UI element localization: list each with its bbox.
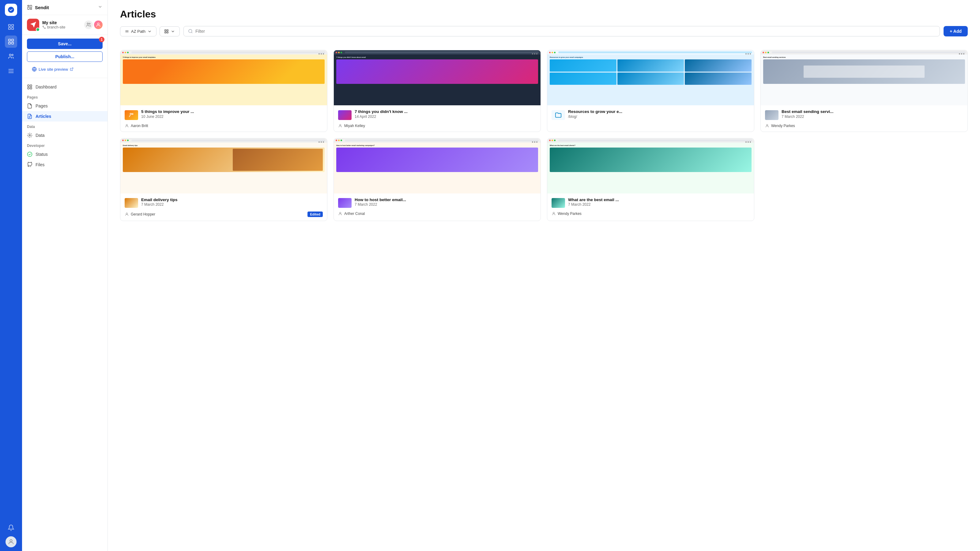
- pages-label: Pages: [35, 103, 48, 108]
- article-date: 7 March 2022: [355, 202, 406, 206]
- sidebar-item-files[interactable]: Files: [22, 159, 108, 170]
- save-button[interactable]: Save... 1: [27, 38, 103, 49]
- article-author: Wendy Parkes: [765, 124, 963, 128]
- svg-point-34: [27, 152, 32, 157]
- article-title: Resources to grow your e...: [568, 109, 622, 114]
- sidebar: Sendit My site branch-site: [22, 0, 108, 551]
- site-branch: branch-site: [42, 25, 65, 29]
- app-name: Sendit: [27, 5, 49, 10]
- svg-rect-27: [27, 85, 29, 86]
- people-icon[interactable]: [5, 50, 17, 62]
- app-logo: [5, 4, 17, 16]
- article-author: Wendy Parkes: [552, 211, 750, 216]
- card-menu-dots[interactable]: [959, 53, 964, 54]
- sidebar-item-data[interactable]: Data: [22, 130, 108, 140]
- main-content: Articles AZ Path + Add: [108, 0, 980, 551]
- list-icon[interactable]: [5, 65, 17, 77]
- view-toggle-button[interactable]: [159, 26, 180, 37]
- svg-rect-38: [167, 29, 168, 30]
- svg-rect-15: [27, 5, 29, 6]
- toolbar-left: AZ Path: [120, 26, 180, 37]
- toolbar: AZ Path + Add: [120, 26, 968, 37]
- card-title-row: Best email sending servi... 7 March 2022: [765, 109, 963, 121]
- svg-rect-39: [165, 32, 166, 33]
- svg-rect-28: [30, 85, 32, 86]
- sidebar-item-articles[interactable]: Articles: [22, 111, 108, 122]
- author-icon: [765, 124, 769, 128]
- svg-point-46: [340, 124, 341, 126]
- card-title-row: How to host better email... 7 March 2022: [338, 197, 536, 210]
- sidebar-item-status[interactable]: Status: [22, 149, 108, 159]
- card-menu-dots[interactable]: [745, 53, 751, 54]
- article-card[interactable]: 5 things to improve your email templates…: [120, 50, 328, 132]
- article-card[interactable]: What are the best email clients? What ar…: [547, 138, 754, 221]
- card-title-row: 7 things you didn't know ... 14 April 20…: [338, 109, 536, 121]
- card-info: Email delivery tips 7 March 2022 Gerard …: [120, 194, 327, 221]
- main-header: Articles AZ Path + Add: [108, 0, 980, 50]
- sort-button[interactable]: AZ Path: [120, 26, 156, 37]
- page-title: Articles: [120, 9, 968, 20]
- card-menu-dots[interactable]: [532, 53, 538, 54]
- status-label: Status: [35, 152, 48, 157]
- author-icon: [125, 124, 129, 128]
- filter-input[interactable]: [196, 29, 935, 34]
- svg-point-33: [29, 135, 30, 136]
- sidebar-item-pages[interactable]: Pages: [22, 101, 108, 111]
- site-icon: [27, 19, 39, 31]
- article-card[interactable]: Best email sending services Best email s…: [760, 50, 968, 132]
- dashboard-label: Dashboard: [35, 84, 57, 89]
- article-title: How to host better email...: [355, 197, 406, 203]
- user-avatars: [84, 21, 103, 29]
- sidebar-actions: Save... 1 Publish... Live site preview: [22, 35, 108, 78]
- site-name: My site: [42, 20, 65, 25]
- svg-rect-40: [167, 32, 168, 33]
- svg-rect-37: [165, 29, 166, 30]
- sidebar-item-dashboard[interactable]: Dashboard: [22, 82, 108, 92]
- card-title-row: What are the best email ... 7 March 2022: [552, 197, 750, 210]
- bell-icon[interactable]: [5, 522, 17, 534]
- article-card[interactable]: Resources to grow your email campaigns: [547, 50, 754, 132]
- article-card[interactable]: How to host better email marketing campa…: [334, 138, 541, 221]
- sidebar-collapse-icon[interactable]: [98, 4, 103, 10]
- card-preview: How to host better email marketing campa…: [334, 138, 541, 194]
- card-info: How to host better email... 7 March 2022…: [334, 194, 541, 220]
- svg-rect-5: [9, 39, 10, 41]
- grid-icon[interactable]: [5, 35, 17, 48]
- card-info: What are the best email ... 7 March 2022…: [547, 194, 754, 220]
- article-author: Miyah Kelley: [338, 124, 536, 128]
- article-title: Email delivery tips: [141, 197, 178, 203]
- user-avatar-bar[interactable]: [5, 536, 16, 547]
- sidebar-toggle-icon[interactable]: [5, 21, 17, 33]
- card-menu-dots[interactable]: [745, 141, 751, 143]
- card-info: 7 things you didn't know ... 14 April 20…: [334, 105, 541, 132]
- articles-label: Articles: [35, 114, 51, 119]
- card-menu-dots[interactable]: [318, 53, 324, 54]
- svg-rect-7: [9, 42, 10, 44]
- card-preview: What are the best email clients?: [547, 138, 754, 194]
- svg-point-21: [87, 23, 89, 24]
- save-badge: 1: [99, 37, 105, 42]
- card-menu-dots[interactable]: [318, 141, 324, 143]
- article-title: 7 things you didn't know ...: [355, 109, 407, 114]
- article-card[interactable]: 7 things you didn't know about email 7 t…: [334, 50, 541, 132]
- live-preview-link[interactable]: Live site preview: [27, 64, 103, 74]
- publish-button[interactable]: Publish...: [27, 51, 103, 62]
- card-thumbnail: [552, 198, 565, 208]
- team-icon: [84, 21, 93, 29]
- data-section-label: Data: [22, 122, 108, 130]
- svg-point-48: [126, 213, 128, 214]
- article-card-email-delivery[interactable]: Email delivery tips Email delivery tips: [120, 138, 328, 221]
- svg-rect-16: [27, 7, 29, 10]
- svg-rect-4: [12, 27, 13, 29]
- card-menu-dots[interactable]: [532, 141, 538, 143]
- add-button[interactable]: + Add: [943, 26, 968, 37]
- pages-section-label: Pages: [22, 92, 108, 101]
- svg-rect-2: [12, 24, 13, 26]
- article-date: 14 April 2022: [355, 114, 407, 119]
- article-date: 7 March 2022: [141, 202, 178, 206]
- svg-point-47: [767, 124, 768, 126]
- card-preview: 7 things you didn't know about email: [334, 50, 541, 105]
- data-label: Data: [35, 133, 45, 138]
- article-path: /blog/: [568, 114, 622, 119]
- svg-rect-29: [27, 87, 29, 89]
